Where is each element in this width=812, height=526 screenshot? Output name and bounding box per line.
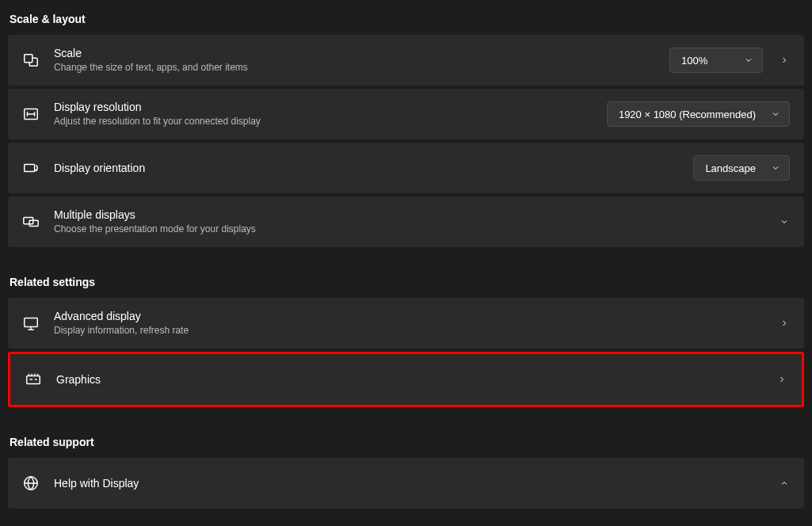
chevron-right-icon[interactable]	[779, 318, 790, 329]
section-header-related-settings: Related settings	[8, 276, 804, 288]
row-help-display[interactable]: Help with Display	[8, 458, 804, 509]
scale-dropdown[interactable]: 100%	[669, 48, 763, 73]
svg-rect-4	[29, 220, 38, 226]
graphics-icon	[25, 371, 42, 388]
row-advanced-display[interactable]: Advanced display Display information, re…	[8, 298, 804, 349]
row-scale-title: Scale	[54, 46, 669, 60]
chevron-down-icon	[770, 162, 781, 173]
row-resolution-title: Display resolution	[54, 100, 607, 114]
row-advanced-sub: Display information, refresh rate	[54, 325, 776, 337]
row-multiple-title: Multiple displays	[54, 208, 776, 222]
resolution-dropdown[interactable]: 1920 × 1080 (Recommended)	[607, 101, 790, 127]
resolution-dropdown-value: 1920 × 1080 (Recommended)	[619, 109, 756, 120]
row-scale-sub: Change the size of text, apps, and other…	[54, 62, 669, 74]
section-header-related-support: Related support	[8, 436, 804, 448]
row-graphics-title: Graphics	[56, 372, 773, 387]
row-multiple-sub: Choose the presentation mode for your di…	[54, 223, 776, 236]
scale-icon	[22, 51, 40, 69]
chevron-down-icon	[743, 55, 754, 66]
resolution-icon	[22, 105, 40, 123]
chevron-down-icon[interactable]	[779, 216, 790, 227]
monitor-icon	[22, 314, 40, 332]
row-resolution-sub: Adjust the resolution to fit your connec…	[54, 116, 607, 128]
chevron-down-icon	[770, 109, 781, 120]
row-multiple-displays[interactable]: Multiple displays Choose the presentatio…	[8, 196, 804, 247]
row-graphics[interactable]: Graphics	[10, 354, 802, 405]
chevron-up-icon[interactable]	[779, 478, 790, 489]
highlight-graphics: Graphics	[8, 352, 804, 407]
row-advanced-title: Advanced display	[54, 309, 776, 323]
orientation-dropdown-value: Landscape	[705, 162, 756, 174]
orientation-dropdown[interactable]: Landscape	[693, 155, 790, 181]
orientation-icon	[22, 159, 40, 177]
globe-icon	[22, 475, 40, 492]
svg-rect-2	[25, 164, 35, 171]
svg-rect-0	[25, 55, 32, 63]
row-orientation[interactable]: Display orientation Landscape	[8, 143, 804, 193]
row-orientation-title: Display orientation	[54, 161, 693, 175]
svg-rect-5	[25, 318, 38, 327]
svg-rect-6	[27, 375, 40, 383]
multiple-displays-icon	[22, 213, 40, 231]
scale-dropdown-value: 100%	[681, 55, 707, 67]
row-scale[interactable]: Scale Change the size of text, apps, and…	[8, 35, 804, 86]
chevron-right-icon[interactable]	[776, 374, 787, 385]
section-header-scale-layout: Scale & layout	[8, 13, 804, 25]
row-resolution[interactable]: Display resolution Adjust the resolution…	[8, 89, 804, 139]
row-help-title: Help with Display	[54, 476, 776, 490]
chevron-right-icon[interactable]	[779, 55, 790, 66]
